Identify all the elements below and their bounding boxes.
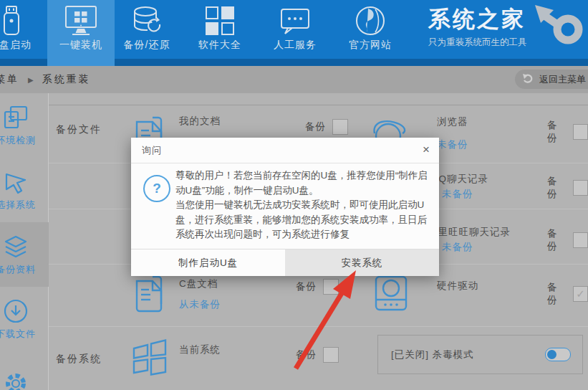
item-title: QQ聊天记录 (430, 173, 488, 186)
sidebar-item-backup-data[interactable]: 备份资料 (0, 222, 49, 287)
globe-icon (354, 5, 387, 37)
env-detect-icon (3, 105, 29, 130)
tab-label: 一键装机 (59, 39, 102, 52)
app-window: U盘启动 一键装机 (0, 0, 588, 390)
hardware-drive-icon (375, 275, 408, 311)
breadcrumb-arrow-icon: ▶ (28, 76, 34, 84)
cursor-icon (3, 169, 29, 195)
monitor-icon (64, 5, 97, 37)
backup-checkbox[interactable] (323, 347, 339, 363)
tab-label: U盘启动 (0, 39, 32, 52)
item-title: 我的文档 (179, 115, 221, 128)
breadcrumb-bar: 主菜单 ▶ 系统重装 返回主菜单 (0, 66, 588, 93)
backup-checkbox-checked[interactable] (573, 286, 588, 302)
backup-action: 备份 (547, 175, 588, 201)
sidebar-item-label: 下载文件 (0, 328, 36, 341)
backup-checkbox[interactable] (573, 180, 588, 196)
backup-status-link[interactable]: 未备份 (442, 188, 473, 201)
usb-drive-icon (0, 5, 28, 37)
question-mark-icon: ? (143, 175, 170, 202)
dialog-message-line: 尊敬的用户！若您当前存在空闲的U盘，推荐您使用“制作启动U盘”功能，制作一键启动… (175, 168, 433, 198)
breadcrumb-root[interactable]: 主菜单 (0, 73, 19, 86)
download-icon (3, 298, 29, 324)
antivirus-mode-box: [已关闭] 杀毒模式 (377, 335, 583, 374)
sidebar-item-label: 选择系统 (0, 199, 36, 211)
tab-service[interactable]: 人工服务 (261, 0, 329, 66)
dialog-title: 询问 (142, 138, 162, 163)
tab-one-key-install[interactable]: 一键装机 (47, 0, 115, 66)
antivirus-label: [已关闭] 杀毒模式 (391, 348, 545, 361)
tab-label: 人工服务 (274, 39, 317, 52)
back-arrow-icon (522, 74, 534, 85)
gear-icon (3, 369, 29, 390)
tab-website[interactable]: 官方网站 (337, 0, 404, 66)
backup-status-link[interactable]: 未备份 (437, 138, 468, 151)
backup-label: 备份 (296, 280, 317, 293)
backup-action: 备份 (296, 347, 339, 363)
dialog-message: 尊敬的用户！若您当前存在空闲的U盘，推荐您使用“制作启动U盘”功能，制作一键启动… (175, 168, 433, 242)
item-title: C盘文档 (179, 277, 218, 290)
install-system-button[interactable]: 安装系统 (285, 249, 439, 276)
backup-checkbox[interactable] (573, 232, 588, 248)
close-icon[interactable]: × (423, 143, 430, 156)
backup-status-link[interactable]: 未备份 (442, 241, 473, 254)
document-icon (131, 274, 167, 314)
back-button-label: 返回主菜单 (539, 73, 586, 86)
breadcrumb: 主菜单 ▶ 系统重装 (0, 66, 91, 93)
backup-label: 备份 (547, 119, 567, 145)
layers-icon (3, 234, 29, 260)
windows-icon (131, 337, 168, 379)
item-title: 硬件驱动 (437, 280, 478, 292)
top-nav: U盘启动 一键装机 (0, 0, 588, 66)
item-title: 浏览器 (437, 115, 468, 128)
sidebar-item-select-system[interactable]: 选择系统 (0, 158, 49, 222)
tab-backup-restore[interactable]: 备份/还原 (113, 0, 180, 66)
back-to-main-button[interactable]: 返回主菜单 (515, 70, 588, 89)
backup-checkbox[interactable] (332, 119, 348, 135)
tab-label: 软件大全 (198, 39, 241, 52)
dialog-header: 询问 × (131, 138, 439, 163)
backup-action: 备份 (547, 227, 588, 253)
item-title: 阿里旺旺聊天记录 (428, 226, 511, 239)
brand: 系统之家 只为重装系统而生的工具 (428, 4, 527, 49)
row-divider (49, 326, 588, 327)
dialog-message-line: 当您使用一键装机无法成功安装系统时，即可使用此启动U盘，进行系统重装，能够增加您… (175, 198, 433, 242)
sidebar-item-install[interactable] (0, 351, 49, 390)
backup-action: 备份 (547, 281, 588, 307)
make-boot-usb-button[interactable]: 制作启动U盘 (131, 249, 285, 276)
sidebar-item-download-file[interactable]: 下载文件 (0, 287, 49, 351)
tab-software[interactable]: 软件大全 (186, 0, 254, 66)
backup-label: 备份 (305, 120, 326, 133)
row-divider (49, 105, 588, 105)
antivirus-toggle[interactable] (545, 348, 571, 361)
section-backup-files: 备份文件 (56, 123, 102, 136)
apps-grid-icon (203, 5, 236, 37)
tab-usb-boot[interactable]: U盘启动 (0, 0, 45, 66)
dialog-body: ? 尊敬的用户！若您当前存在空闲的U盘，推荐您使用“制作启动U盘”功能，制作一键… (131, 163, 439, 249)
backup-action: 备份 (547, 119, 588, 145)
backup-label: 备份 (547, 227, 567, 253)
toggle-knob (547, 350, 556, 359)
backup-label: 备份 (547, 175, 567, 201)
inquiry-dialog: 询问 × ? 尊敬的用户！若您当前存在空闲的U盘，推荐您使用“制作启动U盘”功能… (131, 138, 439, 276)
database-icon (130, 5, 163, 37)
backup-status-link[interactable]: 从未备份 (179, 298, 221, 311)
section-backup-system: 备份系统 (56, 353, 102, 366)
dialog-footer: 制作启动U盘 安装系统 (131, 249, 439, 276)
steps-sidebar: 环境检测 选择系统 备份资料 (0, 93, 49, 390)
backup-action: 备份 (296, 279, 339, 295)
brand-logo-icon (532, 3, 588, 47)
breadcrumb-current: 系统重装 (42, 73, 91, 86)
sidebar-item-env-detect[interactable]: 环境检测 (0, 93, 49, 158)
chat-bubble-icon (279, 5, 312, 37)
item-title: 当前系统 (179, 343, 221, 356)
tab-label: 备份/还原 (124, 39, 170, 52)
backup-checkbox[interactable] (573, 124, 588, 140)
backup-checkbox[interactable] (323, 279, 339, 295)
sidebar-item-label: 环境检测 (0, 134, 36, 147)
tab-label: 官方网站 (349, 39, 392, 52)
sidebar-item-label: 备份资料 (0, 263, 36, 276)
backup-action: 备份 (305, 119, 348, 135)
brand-tagline: 只为重装系统而生的工具 (428, 37, 527, 49)
backup-label: 备份 (296, 348, 317, 361)
